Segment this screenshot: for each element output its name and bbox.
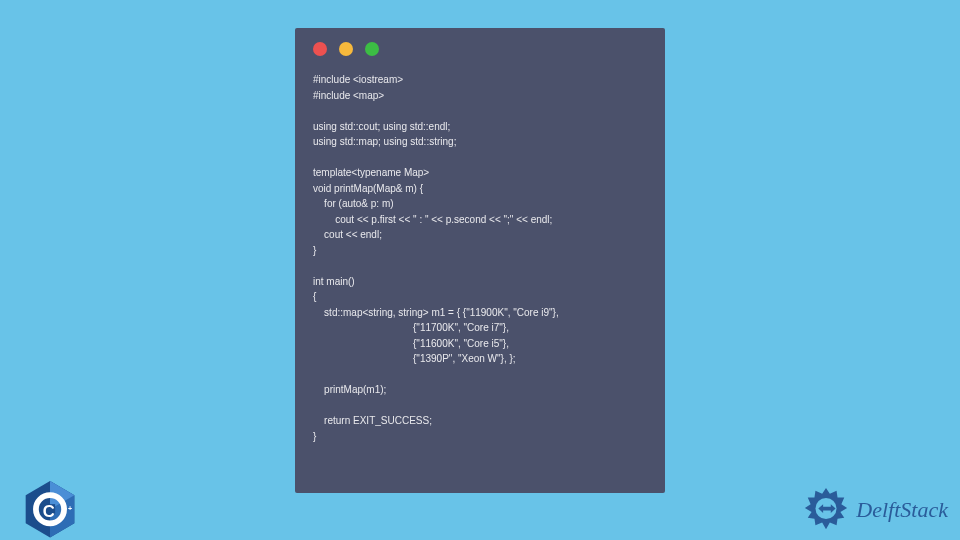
window-controls	[295, 28, 665, 66]
delftstack-logo: DelftStack	[802, 486, 948, 534]
close-icon	[313, 42, 327, 56]
code-block: #include <iostream> #include <map> using…	[295, 66, 665, 450]
svg-text:+: +	[68, 505, 72, 512]
cpp-logo-icon: C + +	[18, 476, 82, 540]
maximize-icon	[365, 42, 379, 56]
svg-text:+: +	[63, 505, 67, 512]
delftstack-icon	[802, 486, 850, 534]
code-window: #include <iostream> #include <map> using…	[295, 28, 665, 493]
svg-text:C: C	[43, 502, 55, 521]
minimize-icon	[339, 42, 353, 56]
brand-text: DelftStack	[856, 497, 948, 523]
